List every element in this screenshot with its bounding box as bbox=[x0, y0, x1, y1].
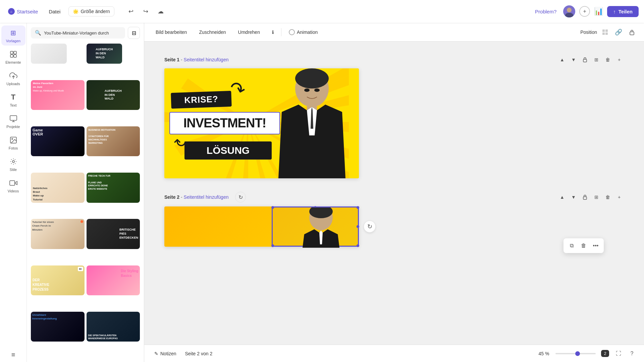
resize-button[interactable]: 🌟 Größe ändern bbox=[68, 6, 114, 16]
canvas-area[interactable]: Seite 1 - Seitentitel hinzufügen ▲ ▼ ⊞ 🗑 bbox=[144, 42, 644, 362]
sidebar-item-elemente[interactable]: Elemente bbox=[1, 47, 25, 67]
header-right: Problem? + 📊 ↑ Teilen bbox=[532, 5, 639, 17]
info-button[interactable]: ℹ bbox=[267, 27, 278, 37]
handle-tl[interactable] bbox=[271, 206, 274, 209]
page-2-add-title[interactable]: Seitentitel hinzufügen bbox=[184, 194, 229, 200]
redo-button[interactable]: ↪ bbox=[140, 5, 152, 17]
uploads-icon bbox=[9, 71, 18, 80]
template-card-12[interactable]: DIE SPEKTAKULÄRSTENWANDERWEGE EUROPAS bbox=[87, 312, 140, 342]
page-2-lock-button[interactable] bbox=[580, 192, 590, 202]
notes-button[interactable]: ✎ Notizen bbox=[151, 349, 179, 358]
handle-bl[interactable] bbox=[271, 244, 274, 247]
animation-button[interactable]: Animation bbox=[284, 27, 322, 37]
page-1-title: Seite 1 - Seitentitel hinzufügen bbox=[164, 57, 228, 62]
template-card-top1[interactable] bbox=[31, 44, 67, 64]
zoom-thumb[interactable] bbox=[575, 351, 580, 356]
page-2-duplicate-button[interactable]: ⊞ bbox=[592, 192, 601, 202]
template-card-1[interactable]: Meine Favoritenim JuniMake-up, Kleidung … bbox=[31, 80, 85, 110]
share-button[interactable]: ↑ Teilen bbox=[607, 6, 639, 17]
page-2-delete-button[interactable]: 🗑 bbox=[603, 192, 612, 202]
zoom-section: 45 % 2 ⛶ ? bbox=[536, 348, 637, 359]
fullscreen-button[interactable]: ⛶ bbox=[613, 348, 624, 359]
sidebar-item-fotos[interactable]: Fotos bbox=[1, 133, 25, 153]
page-2-down-button[interactable]: ▼ bbox=[569, 192, 578, 202]
sidebar-item-extra[interactable]: ≡ bbox=[1, 347, 25, 362]
sidebar-item-text[interactable]: T Text bbox=[1, 90, 25, 110]
lock-icon-button[interactable] bbox=[627, 27, 637, 38]
template-text-3: GameOVER bbox=[33, 128, 43, 136]
page-1-add-title[interactable]: Seitentitel hinzufügen bbox=[184, 57, 229, 62]
problem-button[interactable]: Problem? bbox=[532, 7, 559, 16]
position-label[interactable]: Position bbox=[580, 29, 597, 35]
share-arrow-icon: ↑ bbox=[613, 9, 616, 14]
page-1-up-button[interactable]: ▲ bbox=[557, 55, 567, 64]
handle-tr[interactable] bbox=[357, 206, 359, 209]
template-card-top2[interactable]: AUFBRUCHIN DENWALD bbox=[87, 44, 122, 64]
page-2-add-button[interactable]: + bbox=[614, 192, 624, 202]
page-1-duplicate-button[interactable]: ⊞ bbox=[592, 55, 601, 64]
template-card-9[interactable]: DERKREATIVEPROZESS ID bbox=[31, 265, 85, 296]
left-panel: 🔍 ⊟ AUFBRUCHIN DENWALD Meine Favoritenim… bbox=[27, 23, 144, 362]
template-card-3[interactable]: GameOVER bbox=[31, 126, 85, 157]
page-1-down-button[interactable]: ▼ bbox=[569, 55, 578, 64]
page-1-controls: ▲ ▼ ⊞ 🗑 + bbox=[557, 55, 624, 64]
animation-label: Animation bbox=[297, 29, 318, 35]
undo-button[interactable]: ↩ bbox=[125, 5, 137, 17]
add-team-button[interactable]: + bbox=[579, 6, 590, 17]
page-1-header: Seite 1 - Seitentitel hinzufügen ▲ ▼ ⊞ 🗑 bbox=[164, 55, 624, 64]
page-1-lock-button[interactable] bbox=[580, 55, 590, 64]
ctx-more-button[interactable]: ••• bbox=[590, 240, 601, 251]
page-1-add-button[interactable]: + bbox=[614, 55, 624, 64]
link-icon-button[interactable]: 🔗 bbox=[613, 27, 624, 38]
search-bar: 🔍 ⊟ bbox=[27, 23, 144, 42]
template-card-11[interactable]: UnnahbareInneneingestaltung bbox=[31, 312, 85, 342]
handle-rc[interactable] bbox=[357, 225, 359, 228]
sidebar-item-videos[interactable]: Videos bbox=[1, 176, 25, 196]
canvas-slide-2[interactable]: ↻ bbox=[164, 206, 359, 247]
context-menu: ⧉ 🗑 ••• bbox=[564, 238, 604, 253]
search-input[interactable] bbox=[44, 31, 121, 36]
edit-image-button[interactable]: Bild bearbeiten bbox=[151, 27, 192, 37]
page-2-refresh-button[interactable]: ↻ bbox=[235, 192, 246, 202]
home-button[interactable]: ⌂ Startseite bbox=[5, 6, 41, 17]
avatar bbox=[563, 5, 575, 17]
color-grid-icon-button[interactable] bbox=[600, 27, 610, 38]
ctx-delete-button[interactable]: 🗑 bbox=[578, 240, 589, 251]
template-card-7[interactable]: Tutorial für einenCham Ferch inMinuten bbox=[31, 219, 85, 249]
template-card-4[interactable]: BUSINESS MOTIVATION3 FAKTOREN FÜRNACHHAL… bbox=[87, 126, 140, 157]
search-input-wrapper[interactable]: 🔍 bbox=[31, 27, 125, 39]
filter-button[interactable]: ⊟ bbox=[128, 27, 140, 39]
template-card-2[interactable]: AUFBRUCHIN DENWALD bbox=[87, 80, 140, 110]
cloud-button[interactable]: ☁ bbox=[155, 5, 167, 17]
canvas-slide-1[interactable]: .ray{fill:#FFD000;} bbox=[164, 68, 359, 178]
svg-rect-21 bbox=[583, 59, 587, 62]
template-text-6: FRECHE TECH-TURPLANE UNDERRICHTE DEINEER… bbox=[87, 173, 112, 192]
element-refresh-button[interactable]: ↻ bbox=[364, 221, 376, 233]
zoom-slider[interactable] bbox=[555, 353, 596, 354]
template-card-10[interactable]: Die StylingBasics bbox=[87, 265, 140, 296]
fotos-label: Fotos bbox=[9, 146, 18, 150]
page-count-badge[interactable]: 2 bbox=[600, 348, 610, 359]
file-button[interactable]: Datei bbox=[46, 7, 63, 16]
crop-button[interactable]: Zuschneiden bbox=[194, 27, 230, 37]
flip-button[interactable]: Umdrehen bbox=[233, 27, 265, 37]
undo-icon: ↩ bbox=[128, 8, 133, 15]
sidebar-item-stile[interactable]: Stile bbox=[1, 154, 25, 174]
sidebar-item-vorlagen[interactable]: ⊞ Vorlagen bbox=[1, 25, 25, 46]
extra-icon: ≡ bbox=[9, 350, 18, 359]
template-card-6[interactable]: FRECHE TECH-TURPLANE UNDERRICHTE DEINEER… bbox=[87, 173, 140, 203]
sidebar-item-projekte[interactable]: Projekte bbox=[1, 111, 25, 131]
hide-panel-button[interactable]: ‹ bbox=[144, 182, 144, 202]
text-label: Text bbox=[10, 103, 16, 107]
handle-br[interactable] bbox=[357, 244, 359, 247]
analytics-icon[interactable]: 📊 bbox=[594, 7, 603, 16]
svg-rect-3 bbox=[10, 51, 13, 54]
template-card-8[interactable]: BRITISCHEPIESENTDECKEN bbox=[87, 219, 140, 249]
page-2-up-button[interactable]: ▲ bbox=[557, 192, 567, 202]
ctx-copy-button[interactable]: ⧉ bbox=[566, 240, 577, 251]
help-button[interactable]: ? bbox=[627, 348, 637, 359]
vorlagen-icon: ⊞ bbox=[9, 28, 18, 38]
template-card-5[interactable]: NatürlichesBrautMake-upTutorial bbox=[31, 173, 85, 203]
sidebar-item-uploads[interactable]: Uploads bbox=[1, 68, 25, 88]
page-1-delete-button[interactable]: 🗑 bbox=[603, 55, 612, 64]
